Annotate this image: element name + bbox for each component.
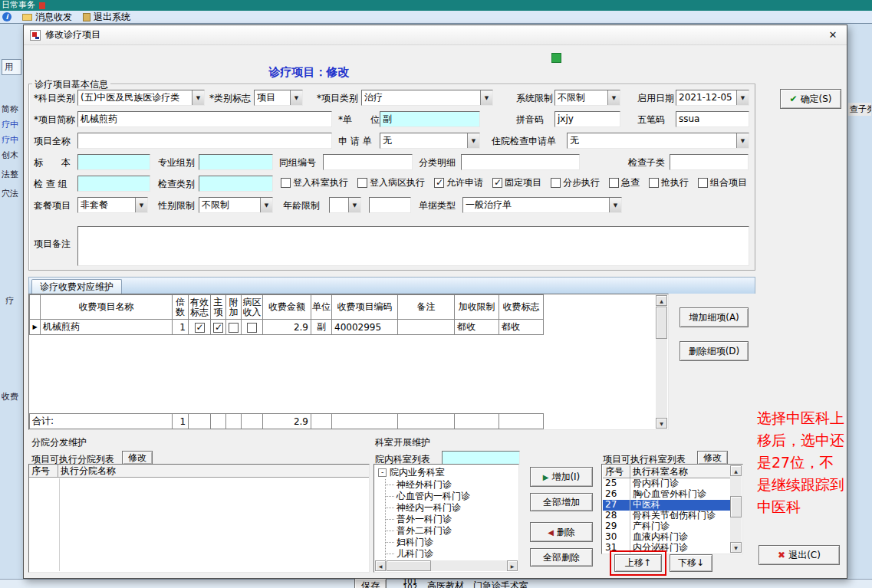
confirm-button[interactable]: ✔ 确定(S) xyxy=(780,89,841,109)
tree-root-node[interactable]: - 院内业务科室 xyxy=(375,465,518,479)
doc-type-select[interactable]: 一般治疗单 ▼ xyxy=(462,197,622,213)
item-abbr-input[interactable]: 机械煎药 xyxy=(77,111,332,127)
specimen-input[interactable] xyxy=(77,154,150,170)
checkbox-icon[interactable] xyxy=(609,178,619,188)
branch-modify-button[interactable]: 修改 xyxy=(122,451,153,465)
checkbox-icon[interactable] xyxy=(551,178,561,188)
column-header[interactable]: 病区收入 xyxy=(242,295,263,320)
check-group-input[interactable] xyxy=(77,176,150,192)
column-header[interactable]: 执行分院名称 xyxy=(58,465,369,477)
column-header[interactable]: 收费项目编码 xyxy=(332,295,398,320)
scroll-up-icon[interactable]: ▲ xyxy=(656,295,667,306)
inpatient-form-select[interactable]: 无 ▼ xyxy=(567,133,749,149)
checkbox-icon[interactable] xyxy=(281,178,291,188)
tree-item[interactable]: 普外一科门诊 xyxy=(386,514,518,525)
extra-checkbox[interactable] xyxy=(229,323,239,333)
column-header[interactable]: 序号 xyxy=(29,465,58,477)
checkbox-icon[interactable] xyxy=(649,178,659,188)
tree-item[interactable]: 神经外科门诊 xyxy=(386,479,518,491)
menu-item-exit-system[interactable]: 退出系统 xyxy=(83,11,130,24)
flag-checkbox-item[interactable]: 允许申请 xyxy=(434,176,483,189)
age-limit-select[interactable]: ▼ xyxy=(329,197,361,213)
checkbox-icon[interactable] xyxy=(698,178,708,188)
class-detail-input[interactable] xyxy=(461,154,580,170)
check-subclass-input[interactable] xyxy=(670,154,749,170)
delete-dept-button[interactable]: ◀ 删除 xyxy=(530,522,593,542)
column-header[interactable]: 备注 xyxy=(398,295,455,320)
column-header[interactable]: 单位 xyxy=(311,295,332,320)
subject-category-select[interactable]: (五)中医及民族医诊疗类 ▼ xyxy=(77,90,205,106)
dialog-titlebar[interactable]: 修改诊疗项目 ✕ xyxy=(24,25,847,45)
tab-charge-mapping[interactable]: 诊疗收费对应维护 xyxy=(31,279,122,294)
save-button-clipped[interactable]: 保存 xyxy=(354,578,387,588)
column-header[interactable]: 收费标志 xyxy=(499,295,544,320)
delete-all-button[interactable]: 全部删除 xyxy=(530,548,593,567)
valid-checkbox[interactable] xyxy=(195,323,205,333)
column-header[interactable]: 收费金额 xyxy=(263,295,311,320)
charge-row[interactable]: ▶ 机械煎药 1 2.9 副 40002995 都收 都收 xyxy=(30,320,544,335)
menu-item-messages[interactable]: 消息收发 xyxy=(22,11,72,24)
exec-dept-row[interactable]: 26 胸心血管外科门诊 xyxy=(603,489,730,500)
check-category-input[interactable] xyxy=(199,176,273,192)
scrollbar-thumb[interactable] xyxy=(730,496,742,517)
column-header[interactable]: 主项 xyxy=(211,295,226,320)
exec-dept-row[interactable]: 25 骨内科门诊 xyxy=(603,478,730,489)
column-header[interactable]: 序号 xyxy=(603,465,630,478)
flag-checkbox-item[interactable]: 固定项目 xyxy=(492,176,541,189)
tree-horizontal-scrollbar[interactable]: ◀ ▶ xyxy=(375,560,518,571)
main-checkbox[interactable] xyxy=(213,323,223,333)
column-header[interactable]: 收费项目名称 xyxy=(41,295,173,320)
scroll-right-icon[interactable]: ▶ xyxy=(507,560,518,571)
flag-checkbox-item[interactable]: 抢执行 xyxy=(649,176,689,189)
close-icon[interactable]: ✕ xyxy=(825,28,841,42)
prof-group-input[interactable] xyxy=(199,154,273,170)
column-header[interactable]: 倍数 xyxy=(173,295,189,320)
add-detail-button[interactable]: 增加细项(A) xyxy=(680,307,749,327)
tree-item[interactable]: 神经内一科门诊 xyxy=(386,502,518,514)
exec-dept-row[interactable]: 29 产科门诊 xyxy=(603,521,730,532)
gender-limit-select[interactable]: 不限制 ▼ xyxy=(199,197,273,213)
charge-vertical-scrollbar[interactable]: ▲ ▼ xyxy=(656,295,667,429)
tree-item[interactable]: 普外二科门诊 xyxy=(386,525,518,537)
flag-checkbox-item[interactable]: 登入病区执行 xyxy=(357,176,425,189)
flag-checkbox-item[interactable]: 急查 xyxy=(609,176,640,189)
move-down-button[interactable]: 下移↓ xyxy=(670,554,712,572)
checkbox-icon[interactable] xyxy=(357,178,367,188)
dept-search-input[interactable] xyxy=(442,451,520,465)
column-header[interactable]: 加收限制 xyxy=(455,295,499,320)
exec-dept-row[interactable]: 28 骨科关节创伤科门诊 xyxy=(603,511,730,521)
flag-checkbox-item[interactable]: 登入科室执行 xyxy=(281,176,348,189)
flag-checkbox-item[interactable]: 分步执行 xyxy=(551,176,600,189)
wubi-input[interactable]: ssua xyxy=(676,111,749,127)
item-category-select[interactable]: 治疗 ▼ xyxy=(361,90,493,106)
age-limit-input[interactable] xyxy=(369,197,411,213)
exec-dept-vertical-scrollbar[interactable]: ▲ ▼ xyxy=(730,465,742,553)
unit-input[interactable]: 副 xyxy=(380,111,480,127)
tree-item[interactable]: 心血管内一科门诊 xyxy=(386,491,518,502)
tree-collapse-icon[interactable]: - xyxy=(378,468,387,477)
request-form-select[interactable]: 无 ▼ xyxy=(380,133,480,149)
checkbox-icon[interactable] xyxy=(434,178,444,188)
scrollbar-thumb[interactable] xyxy=(656,307,667,339)
add-all-button[interactable]: 全部增加 xyxy=(530,493,593,511)
same-group-no-input[interactable] xyxy=(323,154,413,170)
column-header[interactable]: 有效标志 xyxy=(189,295,211,320)
full-name-input[interactable] xyxy=(77,133,332,149)
exec-dept-row[interactable]: 30 血液内科门诊 xyxy=(603,532,730,543)
scroll-down-icon[interactable]: ▼ xyxy=(730,542,742,553)
system-limit-select[interactable]: 不限制 ▼ xyxy=(554,90,620,106)
scroll-down-icon[interactable]: ▼ xyxy=(656,418,667,429)
checkbox-icon[interactable] xyxy=(492,178,502,188)
add-dept-button[interactable]: ▶ 增加(I) xyxy=(530,467,593,487)
start-date-select[interactable]: 2021-12-05 ▼ xyxy=(676,90,749,106)
column-header[interactable]: 执行科室名称 xyxy=(630,465,730,478)
delete-detail-button[interactable]: 删除细项(D) xyxy=(680,341,749,361)
category-flag-select[interactable]: 项目 ▼ xyxy=(254,90,303,106)
ward-checkbox[interactable] xyxy=(247,323,257,333)
tree-item[interactable]: 妇科门诊 xyxy=(386,537,518,548)
exec-dept-modify-button[interactable]: 修改 xyxy=(697,451,728,465)
column-header[interactable]: 附加 xyxy=(226,295,242,320)
move-up-button[interactable]: 上移↑ xyxy=(614,554,662,572)
package-select[interactable]: 非套餐 ▼ xyxy=(77,197,148,213)
remark-textarea[interactable] xyxy=(77,226,749,266)
